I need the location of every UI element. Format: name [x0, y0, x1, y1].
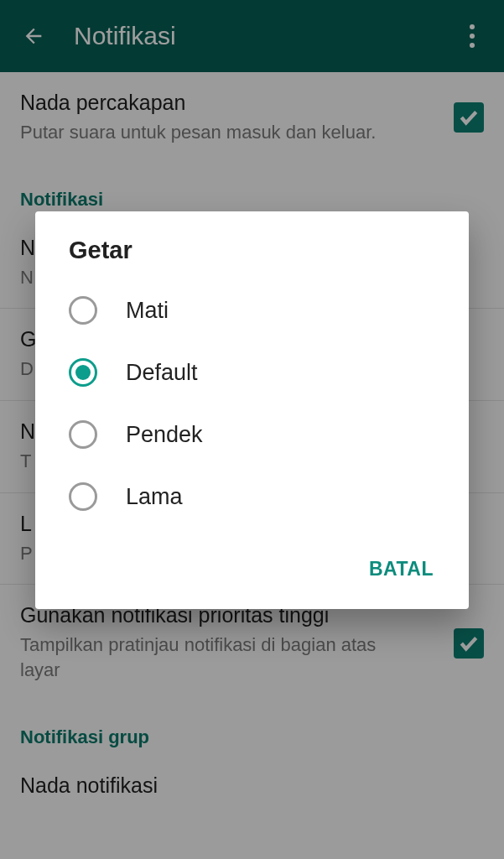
option-label: Default	[126, 360, 198, 386]
option-label: Lama	[126, 484, 183, 510]
radio-unchecked[interactable]	[69, 420, 97, 449]
radio-unchecked[interactable]	[69, 296, 97, 325]
option-lama[interactable]: Lama	[35, 466, 469, 528]
dialog-title: Getar	[35, 237, 469, 279]
radio-unchecked[interactable]	[69, 482, 97, 511]
vibrate-dialog: Getar Mati Default Pendek Lama BATAL	[35, 211, 469, 609]
option-label: Mati	[126, 298, 169, 324]
dialog-actions: BATAL	[35, 528, 469, 596]
radio-checked[interactable]	[69, 358, 97, 387]
cancel-button[interactable]: BATAL	[357, 549, 445, 589]
option-pendek[interactable]: Pendek	[35, 403, 469, 466]
option-mati[interactable]: Mati	[35, 279, 469, 341]
option-default[interactable]: Default	[35, 341, 469, 403]
option-label: Pendek	[126, 422, 203, 448]
